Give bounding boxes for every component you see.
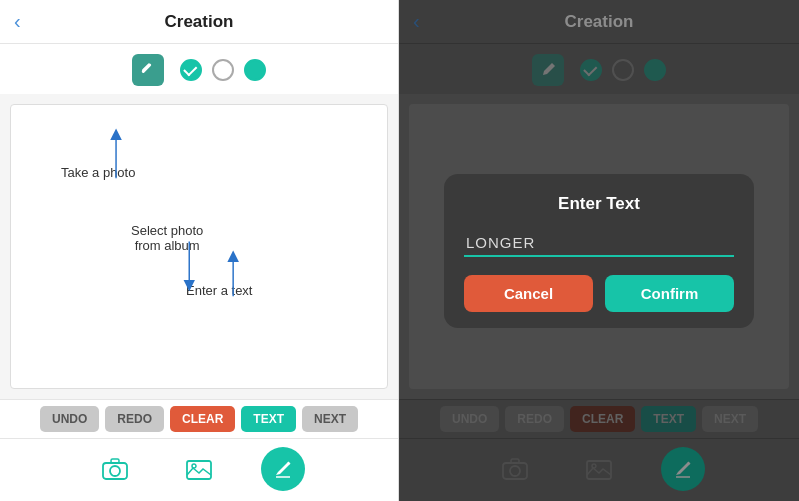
left-toolbar: UNDO REDO CLEAR TEXT NEXT (0, 399, 398, 438)
left-step-dot-1 (180, 59, 202, 81)
svg-rect-7 (111, 459, 119, 463)
left-camera-button[interactable] (93, 447, 137, 491)
modal-confirm-button[interactable]: Confirm (605, 275, 734, 312)
left-text-button[interactable]: TEXT (241, 406, 296, 432)
left-next-button[interactable]: NEXT (302, 406, 358, 432)
modal-buttons: Cancel Confirm (464, 275, 734, 312)
left-fab-button[interactable] (261, 447, 305, 491)
left-step-dot-3 (244, 59, 266, 81)
annotation-take-photo: Take a photo (61, 165, 135, 180)
left-step-bar (0, 44, 398, 94)
left-header-title: Creation (165, 12, 234, 32)
left-panel: ‹ Creation Take a photo Select photofrom… (0, 0, 399, 501)
modal-text-input[interactable] (464, 230, 734, 257)
left-step-logo (132, 54, 164, 86)
left-redo-button[interactable]: REDO (105, 406, 164, 432)
left-bottom-bar (0, 438, 398, 501)
annotation-select-album: Select photofrom album (131, 223, 203, 253)
modal-overlay: Enter Text Cancel Confirm (399, 0, 799, 501)
left-back-button[interactable]: ‹ (14, 10, 21, 33)
svg-point-6 (110, 466, 120, 476)
modal-cancel-button[interactable]: Cancel (464, 275, 593, 312)
annotation-enter-text: Enter a text (186, 283, 252, 298)
left-step-dot-2 (212, 59, 234, 81)
left-album-button[interactable] (177, 447, 221, 491)
left-header: ‹ Creation (0, 0, 398, 44)
left-clear-button[interactable]: CLEAR (170, 406, 235, 432)
svg-point-9 (192, 464, 196, 468)
left-canvas: Take a photo Select photofrom album Ente… (10, 104, 388, 389)
modal-title: Enter Text (464, 194, 734, 214)
left-undo-button[interactable]: UNDO (40, 406, 99, 432)
enter-text-modal: Enter Text Cancel Confirm (444, 174, 754, 328)
svg-rect-0 (141, 63, 152, 74)
right-panel: ‹ Creation Enter Text Cancel Confirm UND… (399, 0, 799, 501)
